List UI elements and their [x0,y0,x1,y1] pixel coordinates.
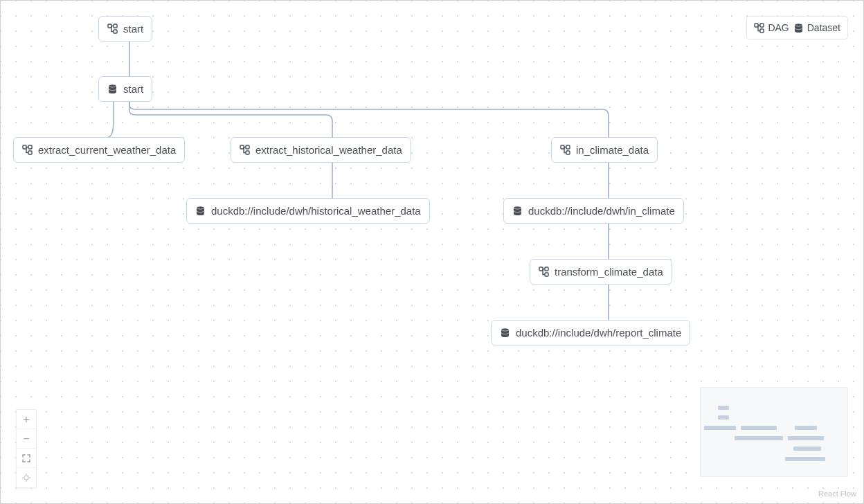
node-label: start [123,23,143,35]
node-label: extract_current_weather_data [38,144,176,156]
dag-icon [107,24,118,34]
fit-view-button[interactable] [17,449,36,468]
node-transform-climate-data[interactable]: transform_climate_data [530,259,672,285]
node-start-dataset[interactable]: start [98,76,152,102]
node-label: transform_climate_data [555,266,663,278]
database-icon [512,206,523,216]
database-icon [195,206,206,216]
minimap[interactable] [700,387,848,477]
zoom-controls: + − [16,409,37,488]
legend-dag: DAG [754,22,789,33]
legend-dataset: Dataset [793,22,840,33]
dag-icon [754,23,764,33]
node-extract-historical-weather-data[interactable]: extract_historical_weather_data [231,137,411,163]
node-extract-current-weather-data[interactable]: extract_current_weather_data [13,137,185,163]
node-label: start [123,83,143,95]
legend-dag-label: DAG [768,22,789,33]
zoom-in-button[interactable]: + [17,410,36,429]
node-historical-dataset[interactable]: duckdb://include/dwh/historical_weather_… [186,198,430,224]
node-label: extract_historical_weather_data [255,144,402,156]
node-in-climate-dataset[interactable]: duckdb://include/dwh/in_climate [503,198,684,224]
node-report-climate-dataset[interactable]: duckdb://include/dwh/report_climate [491,320,690,345]
legend: DAG Dataset [746,16,848,39]
node-start-dag[interactable]: start [98,16,152,42]
dag-icon [539,267,549,277]
node-in-climate-data[interactable]: in_climate_data [551,137,658,163]
attribution: React Flow [818,489,856,498]
dag-icon [22,145,33,155]
zoom-out-button[interactable]: − [17,429,36,449]
database-icon [107,84,118,94]
locate-button[interactable] [17,468,36,487]
flow-canvas[interactable]: start start extract_current_weather_data… [0,0,864,504]
node-label: duckdb://include/dwh/in_climate [528,205,675,217]
node-label: duckdb://include/dwh/report_climate [516,327,681,339]
database-icon [500,327,510,338]
dag-icon [240,145,250,155]
dag-icon [560,145,570,155]
node-label: duckdb://include/dwh/historical_weather_… [211,205,421,217]
legend-dataset-label: Dataset [807,22,840,33]
database-icon [793,23,804,33]
svg-point-5 [24,476,28,480]
node-label: in_climate_data [576,144,649,156]
